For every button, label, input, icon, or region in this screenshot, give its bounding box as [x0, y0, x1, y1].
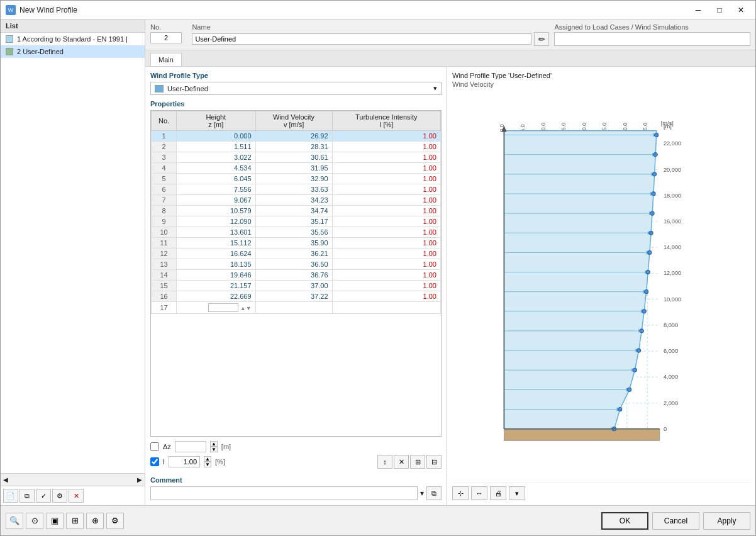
new-height-input[interactable]	[208, 303, 238, 312]
cancel-button[interactable]: Cancel	[652, 512, 699, 530]
properties-label: Properties	[150, 100, 442, 108]
row-height: 22.669	[177, 291, 256, 302]
table-row[interactable]: 10.00026.921.00	[152, 131, 441, 142]
comment-input[interactable]	[150, 486, 418, 500]
row-height: 0.000	[177, 131, 256, 142]
material-button[interactable]: ▣	[46, 513, 64, 529]
svg-point-48	[618, 407, 622, 411]
scroll-right-icon[interactable]: ▶	[137, 476, 142, 483]
row-no: 3	[152, 152, 177, 163]
table-row[interactable]: 79.06734.231.00	[152, 195, 441, 206]
sort-button[interactable]: ↕	[377, 455, 392, 469]
delta-z-label: Δz	[163, 443, 171, 450]
tab-main[interactable]: Main	[150, 53, 182, 66]
table-row[interactable]: 67.55633.631.00	[152, 184, 441, 195]
scroll-left-icon[interactable]: ◀	[3, 476, 8, 483]
table-row[interactable]: 1622.66937.221.00	[152, 291, 441, 302]
list-item-1[interactable]: 1 According to Standard - EN 1991 |	[1, 33, 145, 45]
row-height: 10.579	[177, 206, 256, 216]
maximize-button[interactable]: □	[710, 3, 729, 17]
table-row[interactable]: 1216.62436.211.00	[152, 248, 441, 259]
row-turbulence	[332, 302, 440, 314]
list-item-2[interactable]: 2 User-Defined	[1, 45, 145, 58]
name-input[interactable]	[192, 33, 531, 45]
table-row[interactable]: 17 ▲▼	[152, 302, 441, 314]
wind-profile-dropdown[interactable]: User-Defined ▾	[150, 82, 442, 95]
name-edit-button[interactable]: ✏	[534, 32, 549, 46]
list-label-2: 2 User-Defined	[17, 48, 64, 55]
list-label-1: 1 According to Standard - EN 1991 |	[17, 35, 128, 43]
table-row[interactable]: 1419.64636.761.00	[152, 270, 441, 281]
search-button[interactable]: 🔍	[6, 513, 23, 529]
settings-button[interactable]: ⚙	[52, 489, 67, 503]
measure-button[interactable]: ⊙	[26, 513, 43, 529]
row-velocity: 36.50	[255, 259, 332, 270]
table-row[interactable]: 21.51128.311.00	[152, 142, 441, 152]
bottom-bar: 🔍 ⊙ ▣ ⊞ ⊕ ⚙ OK Cancel Apply	[1, 505, 755, 535]
delta-z-checkbox[interactable]	[150, 442, 159, 451]
table-row[interactable]: 912.09035.171.00	[152, 216, 441, 227]
col-height: Heightz [m]	[177, 111, 256, 131]
table-row[interactable]: 1115.11235.901.00	[152, 238, 441, 248]
row-turbulence: 1.00	[332, 174, 440, 184]
comment-copy-button[interactable]: ⧉	[426, 486, 442, 500]
table-row[interactable]: 1318.13536.501.00	[152, 259, 441, 270]
chart-title: Wind Profile Type 'User-Defined'	[452, 72, 750, 79]
settings2-button[interactable]: ⚙	[106, 513, 124, 529]
chart-pan-button[interactable]: ↔	[471, 486, 487, 500]
row-height: 7.556	[177, 184, 256, 195]
clear-button[interactable]: ✕	[394, 455, 409, 469]
intensity-down[interactable]: ▼	[204, 462, 211, 467]
intensity-input[interactable]	[169, 456, 200, 467]
no-input[interactable]	[150, 32, 182, 43]
intensity-checkbox[interactable]	[150, 457, 159, 466]
row-no: 6	[152, 184, 177, 195]
intensity-up[interactable]: ▲	[204, 456, 211, 462]
content-area: No. Name ✏ Assigned to Load Cases / Wind…	[145, 20, 755, 505]
titlebar-controls: ─ □ ✕	[689, 3, 750, 17]
table-row[interactable]: 44.53431.951.00	[152, 163, 441, 174]
delta-z-down[interactable]: ▼	[210, 447, 218, 452]
table-row[interactable]: 1521.15737.001.00	[152, 281, 441, 291]
list-container: 1 According to Standard - EN 1991 | 2 Us…	[1, 33, 145, 473]
app-icon: W	[6, 5, 16, 15]
row-no: 1	[152, 131, 177, 142]
assigned-input[interactable]	[554, 32, 750, 46]
node-button[interactable]: ⊕	[86, 513, 104, 529]
main-area: List 1 According to Standard - EN 1991 |…	[1, 20, 755, 505]
row-no: 10	[152, 227, 177, 238]
minimize-button[interactable]: ─	[689, 3, 708, 17]
table-row[interactable]: 810.57934.741.00	[152, 206, 441, 216]
chart-print-button[interactable]: 🖨	[490, 486, 506, 500]
export-button[interactable]: ⊟	[426, 455, 442, 469]
delta-z-up[interactable]: ▲	[210, 441, 218, 447]
chart-more-button[interactable]: ▾	[509, 486, 525, 500]
section-button[interactable]: ⊞	[66, 513, 84, 529]
import-button[interactable]: ⊞	[410, 455, 425, 469]
apply-button[interactable]: Apply	[703, 512, 750, 530]
row-no: 2	[152, 142, 177, 152]
table-row[interactable]: 33.02230.611.00	[152, 152, 441, 163]
svg-text:14,000: 14,000	[664, 244, 681, 250]
copy-button[interactable]: ⧉	[19, 489, 35, 503]
svg-point-51	[628, 388, 631, 391]
row-turbulence: 1.00	[332, 248, 440, 259]
svg-point-90	[655, 133, 659, 137]
chart-select-button[interactable]: ⊹	[452, 486, 469, 500]
new-button[interactable]: 📄	[3, 489, 18, 503]
check-button[interactable]: ✓	[36, 489, 51, 503]
row-turbulence: 1.00	[332, 184, 440, 195]
left-panel: List 1 According to Standard - EN 1991 |…	[1, 20, 145, 505]
bottom-tools: 🔍 ⊙ ▣ ⊞ ⊕ ⚙	[6, 513, 124, 529]
bottom-controls: Δz ▲ ▼ [m] I	[150, 437, 442, 472]
table-row[interactable]: 1013.60135.561.00	[152, 227, 441, 238]
table-row[interactable]: 56.04532.901.00	[152, 174, 441, 184]
list-color-2	[6, 48, 13, 55]
delta-z-input[interactable]	[175, 441, 206, 452]
svg-text:16,000: 16,000	[664, 218, 681, 225]
intensity-label: I	[163, 458, 165, 466]
row-velocity: 37.22	[255, 291, 332, 302]
ok-button[interactable]: OK	[601, 512, 648, 530]
close-button[interactable]: ✕	[731, 3, 750, 17]
delete-button[interactable]: ✕	[69, 489, 84, 503]
